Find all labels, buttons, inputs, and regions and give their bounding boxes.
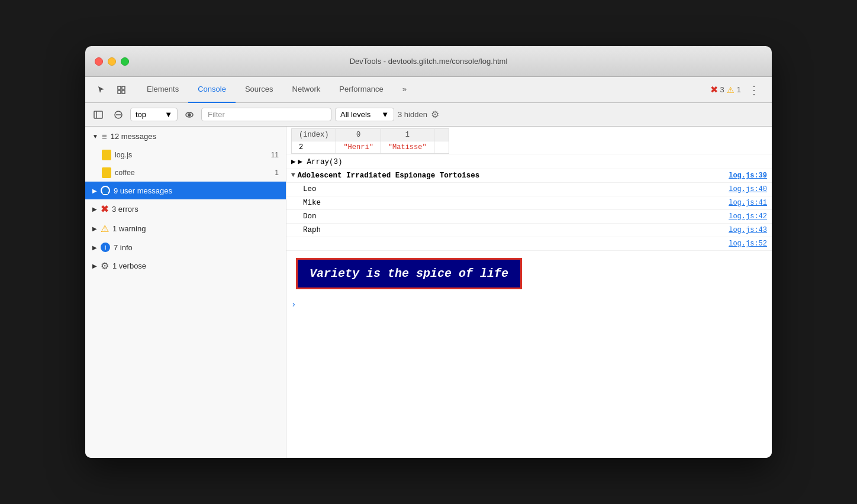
- last-source-link[interactable]: log.js:52: [729, 240, 767, 248]
- table-cell-col2: "Matisse": [381, 141, 434, 154]
- minimize-button[interactable]: [108, 57, 116, 66]
- item-source-leo[interactable]: log.js:40: [729, 185, 767, 193]
- variety-text: Variety is the spice of life: [310, 267, 508, 280]
- eye-icon[interactable]: [181, 106, 198, 123]
- group-item-mike: Mike log.js:41: [286, 196, 772, 210]
- coffee-count: 1: [275, 169, 279, 177]
- item-source-mike[interactable]: log.js:41: [729, 199, 767, 207]
- user-icon: 👤: [101, 186, 110, 195]
- sidebar-item-user-messages[interactable]: ▶ 👤 9 user messages: [85, 182, 286, 199]
- levels-chevron-icon: ▼: [381, 110, 389, 119]
- array-row[interactable]: ▶ ▶ Array(3): [286, 154, 772, 169]
- error-count: 3: [720, 85, 724, 94]
- error-icon: ✖: [710, 84, 718, 95]
- tab-performance[interactable]: Performance: [330, 77, 392, 103]
- sidebar-item-logjs[interactable]: log.js 11: [85, 146, 286, 164]
- log-levels-selector[interactable]: All levels ▼: [335, 108, 394, 121]
- tab-group: Elements Console Sources Network Perform…: [137, 77, 416, 103]
- coffee-label: coffee: [115, 169, 135, 177]
- svg-rect-1: [118, 91, 121, 93]
- info-circle-icon: i: [101, 243, 110, 252]
- table-cell-empty: [434, 141, 449, 154]
- item-source-don[interactable]: log.js:42: [729, 212, 767, 221]
- chevron-right-icon: ▶: [92, 188, 97, 194]
- sidebar-header-messages[interactable]: ▼ ≡ 12 messages: [85, 127, 286, 146]
- array-label: ▶ Array(3): [298, 157, 343, 166]
- console-prompt-row[interactable]: ›: [286, 296, 772, 313]
- clear-console-icon[interactable]: [110, 106, 127, 123]
- logjs-count: 11: [271, 151, 279, 159]
- item-name-leo: Leo: [303, 185, 317, 193]
- warning-count: 1: [737, 85, 741, 94]
- verbose-label: 1 verbose: [112, 261, 146, 270]
- group-item-raph: Raph log.js:43: [286, 224, 772, 237]
- tab-sources[interactable]: Sources: [236, 77, 283, 103]
- sidebar-toggle-icon[interactable]: [90, 106, 107, 123]
- table-section: (index) 0 1 2 "Henri" "Matisse": [286, 127, 772, 154]
- error-warning-badge: ✖ 3 ⚠ 1: [710, 84, 741, 95]
- sidebar-item-errors[interactable]: ▶ ✖ 3 errors: [85, 199, 286, 219]
- variety-row: Variety is the spice of life: [286, 251, 772, 296]
- item-source-raph[interactable]: log.js:43: [729, 226, 767, 234]
- group-title: Adolescent Irradiated Espionage Tortoise…: [298, 172, 480, 180]
- sidebar-item-info[interactable]: ▶ i 7 info: [85, 238, 286, 256]
- last-source-row: log.js:52: [286, 237, 772, 251]
- logjs-label: log.js: [115, 151, 132, 159]
- svg-rect-2: [122, 86, 125, 89]
- info-label: 7 info: [114, 243, 133, 252]
- table-cell-index: 2: [292, 141, 336, 154]
- table-header-0: 0: [336, 129, 381, 141]
- group-source-link[interactable]: log.js:39: [729, 172, 767, 180]
- hidden-count-label: 3 hidden: [398, 110, 427, 119]
- maximize-button[interactable]: [121, 57, 129, 66]
- inspect-icon[interactable]: [112, 81, 130, 99]
- chevron-right-icon-info: ▶: [92, 244, 97, 251]
- console-settings-icon[interactable]: ⚙: [431, 109, 439, 120]
- tab-console[interactable]: Console: [188, 77, 236, 103]
- group-item-leo: Leo log.js:40: [286, 183, 772, 196]
- table-cell-col1: "Henri": [336, 141, 381, 154]
- file-icon-coffee: [102, 167, 111, 178]
- tab-more[interactable]: »: [393, 77, 416, 103]
- table-header-index: (index): [292, 129, 336, 141]
- svg-rect-0: [118, 86, 121, 89]
- traffic-lights: [95, 57, 129, 66]
- file-icon-logjs: [102, 150, 111, 160]
- table-header-2: [434, 129, 449, 141]
- errors-label: 3 errors: [112, 205, 138, 214]
- cursor-icon[interactable]: [92, 81, 110, 99]
- close-button[interactable]: [95, 57, 103, 66]
- devtools-window: DevTools - devtools.glitch.me/console/lo…: [85, 46, 772, 458]
- item-name-mike: Mike: [303, 199, 321, 207]
- sidebar-item-verbose[interactable]: ▶ ⚙ 1 verbose: [85, 256, 286, 276]
- main-area: ▼ ≡ 12 messages log.js 11 coffee 1 ▶ 👤 9…: [85, 127, 772, 458]
- svg-rect-4: [94, 111, 102, 118]
- group-expand-icon[interactable]: ▼: [291, 172, 295, 179]
- context-chevron-icon: ▼: [165, 110, 172, 119]
- prompt-chevron-icon[interactable]: ›: [291, 300, 296, 309]
- tab-network[interactable]: Network: [283, 77, 330, 103]
- tab-elements[interactable]: Elements: [137, 77, 188, 103]
- array-expand-icon[interactable]: ▶: [291, 157, 296, 166]
- user-messages-label: 9 user messages: [114, 186, 172, 195]
- console-output: (index) 0 1 2 "Henri" "Matisse": [286, 127, 772, 458]
- sidebar-item-coffee[interactable]: coffee 1: [85, 164, 286, 182]
- messages-header-label: 12 messages: [111, 132, 156, 141]
- group-item-don: Don log.js:42: [286, 210, 772, 224]
- filter-placeholder: Filter: [208, 110, 225, 119]
- context-label: top: [136, 110, 146, 119]
- chevron-right-icon-warning: ▶: [92, 225, 97, 232]
- title-bar: DevTools - devtools.glitch.me/console/lo…: [85, 46, 772, 77]
- table-row: 2 "Henri" "Matisse": [292, 141, 449, 154]
- sidebar-item-warning[interactable]: ▶ ⚠ 1 warning: [85, 219, 286, 238]
- filter-input[interactable]: Filter: [201, 108, 331, 121]
- context-selector[interactable]: top ▼: [130, 108, 178, 121]
- svg-rect-3: [122, 91, 125, 93]
- levels-label: All levels: [340, 110, 370, 119]
- error-circle-icon: ✖: [101, 203, 108, 215]
- more-menu-button[interactable]: ⋮: [743, 83, 765, 97]
- chevron-right-icon-verbose: ▶: [92, 263, 97, 269]
- item-name-don: Don: [303, 212, 317, 221]
- group-header-row[interactable]: ▼ Adolescent Irradiated Espionage Tortoi…: [286, 169, 772, 183]
- warning-icon: ⚠: [727, 85, 734, 95]
